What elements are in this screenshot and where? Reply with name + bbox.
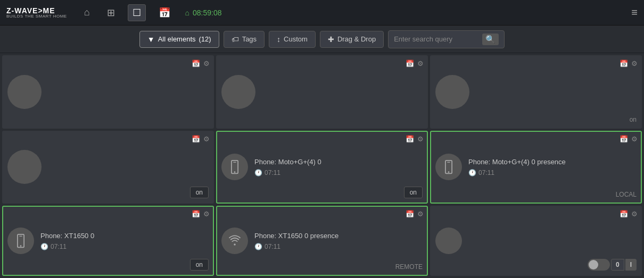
grid-nav-icon[interactable]: ⊞	[103, 5, 119, 21]
svg-rect-7	[447, 164, 451, 170]
card-info-7: Phone: XT1650 0 🕐 07:11	[40, 232, 209, 250]
settings-icon-5[interactable]: ⚙	[417, 135, 424, 143]
dragdrop-button[interactable]: ✚ Drag & Drop	[320, 31, 384, 48]
settings-icon-8[interactable]: ⚙	[417, 210, 424, 218]
plus-icon: ✚	[328, 35, 334, 44]
clock-value: 08:59:08	[193, 9, 222, 17]
card-status-6: LOCAL	[616, 191, 637, 198]
toggle-on-btn-9[interactable]: I	[625, 259, 637, 271]
logo: Z-WAVE>ME BUILDS THE SMART HOME	[6, 7, 67, 19]
device-card-9: 📅 ⚙ 0 I	[430, 206, 642, 276]
tag-icon: 🏷	[232, 35, 239, 44]
card-icons-top-5: 📅 ⚙	[406, 135, 424, 143]
schedule-icon-4[interactable]: 📅	[192, 135, 200, 143]
schedule-icon-2[interactable]: 📅	[406, 60, 414, 68]
settings-icon-6[interactable]: ⚙	[631, 135, 638, 143]
card-time-7: 🕐 07:11	[40, 243, 209, 250]
calendar-nav-icon[interactable]: 📅	[154, 5, 175, 21]
card-avatar-7	[7, 228, 34, 254]
settings-icon-2[interactable]: ⚙	[417, 60, 424, 68]
hamburger-menu-icon[interactable]: ≡	[631, 6, 638, 19]
time-display: ⌂ 08:59:08	[185, 9, 222, 17]
search-input[interactable]	[394, 35, 479, 43]
schedule-icon-5[interactable]: 📅	[406, 135, 414, 143]
card-title-7: Phone: XT1650 0	[40, 232, 209, 240]
device-card-1: 📅 ⚙	[2, 55, 214, 129]
card-status-3: on	[630, 116, 637, 123]
custom-button[interactable]: ↕ Custom	[269, 31, 316, 48]
card-icons-top-9: 📅 ⚙	[620, 210, 638, 218]
settings-icon-4[interactable]: ⚙	[203, 135, 210, 143]
toggle-group-9: 0 I	[588, 259, 637, 271]
device-card-5: 📅 ⚙ Phone: Moto+G+(4) 0 🕐 07:11 on	[216, 131, 428, 204]
search-wrapper: 🔍	[388, 30, 505, 48]
schedule-icon-1[interactable]: 📅	[192, 60, 200, 68]
device-card-6: 📅 ⚙ Phone: Moto+G+(4) 0 presence 🕐 07:11…	[430, 131, 642, 204]
card-avatar-4	[7, 150, 42, 184]
device-card-4: 📅 ⚙ on	[2, 131, 214, 204]
search-icon[interactable]: 🔍	[482, 33, 499, 45]
card-onoff-btn-5[interactable]: on	[404, 187, 423, 198]
tags-button[interactable]: 🏷 Tags	[224, 31, 265, 48]
logo-title: Z-WAVE>ME	[6, 7, 67, 14]
svg-point-2	[234, 172, 236, 173]
card-title-5: Phone: Moto+G+(4) 0	[254, 158, 423, 166]
schedule-icon-6[interactable]: 📅	[620, 135, 628, 143]
logo-subtitle: BUILDS THE SMART HOME	[6, 14, 67, 19]
card-onoff-btn-7[interactable]: on	[190, 259, 209, 271]
clock-icon-8: 🕐	[254, 243, 262, 250]
svg-rect-3	[233, 164, 237, 170]
settings-icon-1[interactable]: ⚙	[203, 60, 210, 68]
toggle-off-btn-9[interactable]: 0	[611, 259, 624, 271]
home-nav-icon[interactable]: ⌂	[80, 5, 94, 20]
dragdrop-label: Drag & Drop	[337, 35, 376, 43]
card-icons-top-1: 📅 ⚙	[192, 60, 210, 68]
card-icons-top-2: 📅 ⚙	[406, 60, 424, 68]
card-avatar-5	[221, 154, 248, 180]
card-avatar-9	[435, 228, 462, 254]
toggle-thumb-9	[589, 260, 598, 269]
card-status-8: REMOTE	[395, 263, 423, 271]
settings-icon-9[interactable]: ⚙	[631, 210, 638, 218]
card-avatar-6	[435, 154, 462, 180]
custom-label: Custom	[284, 35, 308, 43]
svg-rect-11	[19, 238, 23, 244]
schedule-icon-3[interactable]: 📅	[620, 60, 628, 68]
tags-label: Tags	[242, 35, 257, 43]
settings-icon-7[interactable]: ⚙	[203, 210, 210, 218]
device-card-8: 📅 ⚙ Phone: XT1650 0 presence 🕐 07:11 REM…	[216, 206, 428, 276]
card-icons-top-6: 📅 ⚙	[620, 135, 638, 143]
device-card-3: 📅 ⚙ on	[430, 55, 642, 129]
clock-icon-6: 🕐	[468, 169, 476, 176]
home-icon: ⌂	[185, 9, 189, 17]
clock-icon-5: 🕐	[254, 169, 262, 176]
card-icons-top-8: 📅 ⚙	[406, 210, 424, 218]
card-time-8: 🕐 07:11	[254, 243, 423, 250]
card-avatar-3	[435, 75, 469, 109]
schedule-icon-9[interactable]: 📅	[620, 210, 628, 218]
card-icons-top-4: 📅 ⚙	[192, 135, 210, 143]
settings-icon-3[interactable]: ⚙	[631, 60, 638, 68]
all-elements-count: (12)	[199, 35, 211, 43]
header: Z-WAVE>ME BUILDS THE SMART HOME ⌂ ⊞ ☐ 📅 …	[0, 0, 644, 26]
card-time-6: 🕐 07:11	[468, 169, 637, 176]
toolbar: ▼ All elements (12) 🏷 Tags ↕ Custom ✚ Dr…	[0, 26, 644, 53]
card-info-5: Phone: Moto+G+(4) 0 🕐 07:11	[254, 158, 423, 176]
schedule-icon-7[interactable]: 📅	[192, 210, 200, 218]
svg-point-12	[234, 243, 236, 246]
filter-icon: ▼	[147, 35, 155, 44]
device-card-2: 📅 ⚙	[216, 55, 428, 129]
all-elements-button[interactable]: ▼ All elements (12)	[139, 31, 219, 48]
card-icons-top-3: 📅 ⚙	[620, 60, 638, 68]
card-title-6: Phone: Moto+G+(4) 0 presence	[468, 158, 637, 166]
svg-point-10	[20, 245, 22, 247]
schedule-icon-8[interactable]: 📅	[406, 210, 414, 218]
card-time-5: 🕐 07:11	[254, 169, 423, 176]
box-nav-icon[interactable]: ☐	[128, 4, 146, 21]
card-onoff-btn-4[interactable]: on	[190, 187, 209, 198]
svg-point-6	[448, 172, 450, 173]
device-grid: 📅 ⚙ 📅 ⚙ 📅 ⚙ on 📅 ⚙ on 📅 ⚙ Phone: Moto+G+…	[0, 53, 644, 278]
card-avatar-2	[221, 75, 255, 109]
toggle-track-9[interactable]	[588, 259, 610, 271]
all-elements-label: All elements	[158, 35, 196, 43]
